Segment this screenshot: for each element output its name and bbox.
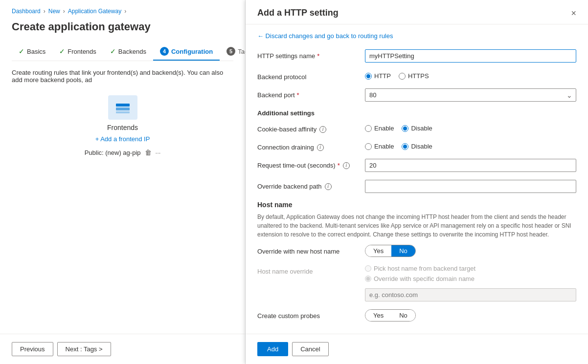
tab-backends-label: Backends [118, 48, 146, 55]
create-custom-probes-label: Create custom probes [257, 309, 365, 320]
cookie-enable-option[interactable]: Enable [365, 125, 394, 132]
tab-tags-label: Tags [238, 48, 246, 55]
frontend-item: Public: (new) ag-pip 🗑 ··· [85, 149, 161, 156]
required-marker: * [297, 91, 299, 99]
back-link[interactable]: ← Discard changes and go back to routing… [257, 32, 576, 40]
probes-toggle-yes-button[interactable]: Yes [365, 310, 391, 321]
cookie-disable-option[interactable]: Disable [402, 125, 432, 132]
wizard-tabs: ✓ Basics ✓ Frontends ✓ Backends 4 Config… [12, 43, 233, 61]
pick-from-backend-label: Pick host name from backend target [374, 265, 475, 272]
cookie-disable-label: Disable [411, 125, 432, 132]
override-backend-path-info-icon[interactable]: i [325, 183, 332, 190]
cookie-affinity-info-icon[interactable]: i [319, 126, 326, 133]
backend-port-control: 80 8080 443 [365, 88, 576, 102]
override-backend-path-label: Override backend path i [257, 180, 365, 190]
connection-draining-radio-group: Enable Disable [365, 141, 576, 150]
host-name-heading: Host name [257, 201, 576, 209]
override-backend-path-row: Override backend path i [257, 180, 576, 193]
override-backend-path-control [365, 180, 576, 193]
draining-enable-radio[interactable] [365, 143, 372, 150]
toggle-yes-button[interactable]: Yes [365, 245, 391, 257]
cookie-disable-radio[interactable] [402, 125, 408, 132]
more-icon[interactable]: ··· [156, 149, 161, 156]
page-title: Create application gateway [12, 21, 233, 33]
override-host-name-control: Yes No [365, 245, 576, 257]
protocol-https-radio[interactable] [399, 73, 406, 80]
panel-header: Add a HTTP setting × [246, 0, 588, 24]
tab-configuration-label: Configuration [171, 48, 213, 55]
request-timeout-control [365, 159, 576, 172]
cookie-affinity-row: Cookie-based affinity i Enable Disable [257, 123, 576, 133]
add-frontend-link[interactable]: + Add a frontend IP [95, 135, 150, 143]
draining-disable-radio[interactable] [402, 143, 408, 150]
override-host-name-label: Override with new host name [257, 245, 365, 255]
cookie-affinity-radio-group: Enable Disable [365, 123, 576, 132]
backend-protocol-row: Backend protocol HTTP HTTPS [257, 70, 576, 81]
pick-from-backend-option: Pick host name from backend target [365, 265, 576, 272]
draining-disable-option[interactable]: Disable [402, 143, 432, 150]
connection-draining-info-icon[interactable]: i [317, 144, 324, 151]
override-host-name-row: Override with new host name Yes No [257, 245, 576, 257]
connection-draining-control: Enable Disable [365, 141, 576, 150]
request-timeout-input[interactable] [365, 159, 576, 172]
tab-frontends-label: Frontends [68, 48, 96, 55]
protocol-http-label: HTTP [374, 72, 391, 80]
left-footer: Previous Next : Tags > [0, 334, 245, 364]
request-timeout-row: Request time-out (seconds) * i [257, 159, 576, 172]
http-settings-name-control [365, 49, 576, 63]
tab-frontends[interactable]: ✓ Frontends [52, 43, 103, 60]
protocol-http-radio[interactable] [365, 73, 372, 80]
cookie-enable-label: Enable [374, 125, 394, 132]
specific-domain-radio [365, 276, 371, 282]
override-backend-path-input[interactable] [365, 180, 576, 193]
draining-disable-label: Disable [411, 143, 432, 150]
probes-toggle-no-button[interactable]: No [391, 310, 415, 321]
draining-enable-option[interactable]: Enable [365, 143, 394, 150]
domain-name-input[interactable] [365, 288, 576, 301]
backend-port-label: Backend port * [257, 88, 365, 99]
connection-draining-label: Connection draining i [257, 141, 365, 151]
protocol-http-option[interactable]: HTTP [365, 72, 391, 80]
cookie-enable-radio[interactable] [365, 125, 372, 132]
http-settings-name-label: HTTP settings name * [257, 49, 365, 60]
description-text: Create routing rules that link your fron… [12, 69, 233, 84]
previous-button[interactable]: Previous [12, 342, 53, 356]
breadcrumb-app-gateway[interactable]: Application Gateway [68, 8, 121, 15]
tab-configuration[interactable]: 4 Configuration [153, 43, 220, 61]
http-settings-name-input[interactable] [365, 49, 576, 63]
required-marker: * [317, 52, 319, 60]
backend-protocol-radio-group: HTTP HTTPS [365, 70, 576, 80]
cookie-affinity-control: Enable Disable [365, 123, 576, 132]
breadcrumb: Dashboard › New › Application Gateway › [12, 8, 233, 15]
right-panel: Add a HTTP setting × ← Discard changes a… [246, 0, 588, 364]
required-marker: * [338, 162, 340, 169]
illustration-label: Frontends [107, 124, 138, 131]
svg-rect-2 [116, 111, 130, 113]
next-button[interactable]: Next : Tags > [57, 342, 111, 356]
specific-domain-label: Override with specific domain name [374, 275, 475, 282]
host-name-override-label: Host name override [257, 265, 365, 275]
panel-body: ← Discard changes and go back to routing… [246, 24, 588, 334]
tab-basics[interactable]: ✓ Basics [12, 43, 52, 60]
tab-tags[interactable]: 5 Tags [220, 43, 246, 61]
override-host-name-toggle: Yes No [365, 245, 416, 257]
draining-enable-label: Enable [374, 143, 394, 150]
cancel-button[interactable]: Cancel [292, 342, 328, 356]
illustration-area: Frontends + Add a frontend IP Public: (n… [12, 95, 233, 156]
breadcrumb-dashboard[interactable]: Dashboard [12, 8, 41, 15]
svg-rect-1 [116, 107, 130, 110]
panel-footer: Add Cancel [246, 334, 588, 364]
host-name-override-options: Pick host name from backend target Overr… [365, 265, 576, 301]
trash-icon[interactable]: 🗑 [145, 149, 152, 156]
create-custom-probes-control: Yes No [365, 309, 576, 321]
host-name-section: Host name By default, Application Gatewa… [257, 201, 576, 321]
connection-draining-row: Connection draining i Enable Disable [257, 141, 576, 151]
request-timeout-info-icon[interactable]: i [343, 162, 350, 169]
backend-port-select[interactable]: 80 8080 443 [365, 88, 576, 102]
toggle-no-button[interactable]: No [391, 245, 415, 257]
breadcrumb-new[interactable]: New [48, 8, 60, 15]
close-button[interactable]: × [571, 9, 576, 18]
protocol-https-option[interactable]: HTTPS [399, 72, 429, 80]
add-button[interactable]: Add [257, 342, 288, 356]
tab-backends[interactable]: ✓ Backends [103, 43, 153, 60]
